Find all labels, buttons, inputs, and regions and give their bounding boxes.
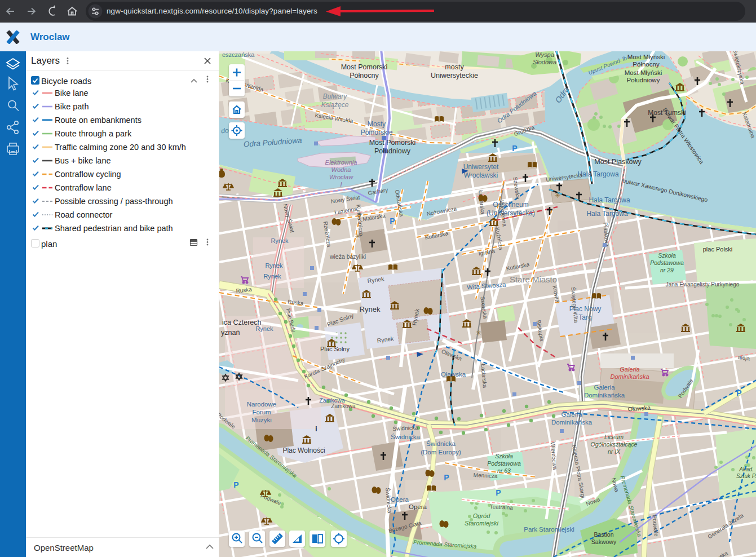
svg-text:Park Staromiejski: Park Staromiejski [524, 526, 574, 533]
svg-text:Wyspa: Wyspa [535, 51, 554, 58]
svg-text:P: P [444, 473, 449, 482]
svg-text:(Dom Europy): (Dom Europy) [421, 449, 461, 456]
svg-text:Akad.: Akad. [739, 466, 754, 472]
svg-text:Galeria: Galeria [561, 411, 582, 418]
svg-text:Szkoła: Szkoła [495, 453, 513, 459]
svg-text:Teatralna: Teatralna [489, 503, 513, 511]
svg-text:Liceum: Liceum [604, 434, 624, 440]
svg-text:ica Czterech: ica Czterech [222, 319, 262, 326]
svg-text:plac Polski: plac Polski [703, 246, 733, 253]
svg-text:Most Pomorski: Most Pomorski [341, 63, 388, 71]
svg-text:Wodna: Wodna [331, 166, 351, 173]
svg-text:P: P [496, 488, 501, 497]
svg-text:✳: ✳ [355, 232, 361, 241]
svg-text:P: P [736, 388, 741, 397]
svg-text:Północny: Północny [633, 61, 660, 68]
svg-text:eszczańska: eszczańska [222, 51, 255, 58]
svg-text:Wrocław: Wrocław [329, 174, 353, 180]
svg-text:P: P [390, 216, 395, 226]
svg-text:Świdnicka: Świdnicka [426, 440, 456, 447]
svg-text:Most Młyński: Most Młyński [627, 54, 665, 60]
svg-text:Pomorskie: Pomorskie [361, 129, 393, 136]
svg-text:Dominikańska: Dominikańska [551, 419, 593, 426]
svg-text:P: P [512, 144, 517, 153]
svg-text:Hala Targowa: Hala Targowa [586, 210, 627, 218]
svg-text:nr 29: nr 29 [660, 267, 674, 273]
svg-text:I: I [340, 181, 342, 188]
svg-text:Most Piaskowy: Most Piaskowy [594, 158, 642, 166]
svg-text:Rynek: Rynek [271, 237, 289, 244]
svg-text:Stare Miasto: Stare Miasto [510, 275, 557, 284]
svg-text:Jana Ewangelisty Purkyniego: Jana Ewangelisty Purkyniego [666, 281, 740, 288]
svg-text:✳: ✳ [476, 329, 482, 337]
svg-text:Staromiejski: Staromiejski [465, 520, 498, 527]
svg-text:Bulwary: Bulwary [323, 92, 348, 100]
svg-text:Świdnicka: Świdnicka [391, 434, 420, 440]
svg-text:Uniwersyteckie: Uniwersyteckie [431, 72, 478, 79]
svg-text:Sakwowy: Sakwowy [591, 538, 617, 545]
svg-text:Bastion: Bastion [594, 531, 613, 538]
svg-text:Świdnicka: Świdnicka [392, 424, 418, 432]
svg-text:nr IX: nr IX [608, 448, 621, 455]
svg-text:Wrocławski: Wrocławski [464, 171, 498, 179]
svg-text:Książęce: Książęce [321, 101, 349, 109]
svg-text:i: i [315, 425, 317, 433]
svg-text:Most Młyński: Most Młyński [625, 69, 662, 76]
svg-text:Uniwersytet: Uniwersytet [463, 163, 499, 171]
svg-text:Ogród: Ogród [473, 512, 490, 519]
svg-text:Galeria: Galeria [620, 366, 639, 373]
svg-text:Opera: Opera [409, 503, 427, 510]
svg-text:Galeria: Galeria [594, 384, 615, 391]
svg-text:Forum: Forum [252, 409, 271, 415]
svg-text:Dominikańska: Dominikańska [584, 392, 625, 399]
svg-text:P: P [233, 480, 238, 489]
svg-text:Ossolineum: Ossolineum [493, 201, 528, 209]
svg-text:Muzyki: Muzyki [251, 417, 272, 423]
svg-text:nr 63: nr 63 [497, 467, 511, 474]
svg-text:Rynek: Rynek [265, 262, 283, 269]
svg-text:wieża bazyliki: wieża bazyliki [329, 253, 366, 260]
svg-text:Narodowe: Narodowe [247, 401, 276, 408]
svg-text:Podstawowa: Podstawowa [650, 259, 684, 266]
svg-text:Dominikańska: Dominikańska [610, 373, 649, 380]
svg-text:Słodowa: Słodowa [533, 59, 556, 65]
svg-text:(Uniwersytecka): (Uniwersytecka) [487, 209, 535, 217]
svg-text:yznań: yznań [221, 329, 240, 337]
svg-text:Południowy: Południowy [627, 77, 660, 83]
svg-text:✳: ✳ [555, 191, 561, 200]
svg-text:Sztuk P.: Sztuk P. [736, 473, 756, 479]
svg-text:Południowy: Południowy [374, 147, 411, 155]
svg-text:Zamkowa: Zamkowa [331, 403, 356, 409]
svg-text:Ogólnokształcące: Ogólnokształcące [591, 441, 638, 448]
svg-text:mosty: mosty [445, 63, 464, 71]
svg-text:Rynek: Rynek [263, 273, 281, 280]
svg-text:Elektrownia: Elektrownia [325, 159, 357, 166]
svg-text:Most Pomorski: Most Pomorski [369, 139, 416, 147]
svg-text:Hala Targowa: Hala Targowa [577, 170, 618, 178]
svg-text:Opera: Opera [391, 496, 409, 503]
svg-text:Targ: Targ [578, 313, 591, 321]
svg-text:Mosty: Mosty [368, 120, 386, 128]
svg-text:Szkoła: Szkoła [658, 252, 676, 259]
svg-text:Mennicza: Mennicza [474, 472, 498, 479]
svg-text:Plac Wolności: Plac Wolności [282, 447, 325, 454]
svg-text:Podstawowa: Podstawowa [487, 460, 521, 467]
svg-text:Rynek: Rynek [360, 305, 381, 313]
svg-text:Północny: Północny [350, 72, 379, 79]
svg-text:Hala Targowa: Hala Targowa [589, 196, 630, 204]
